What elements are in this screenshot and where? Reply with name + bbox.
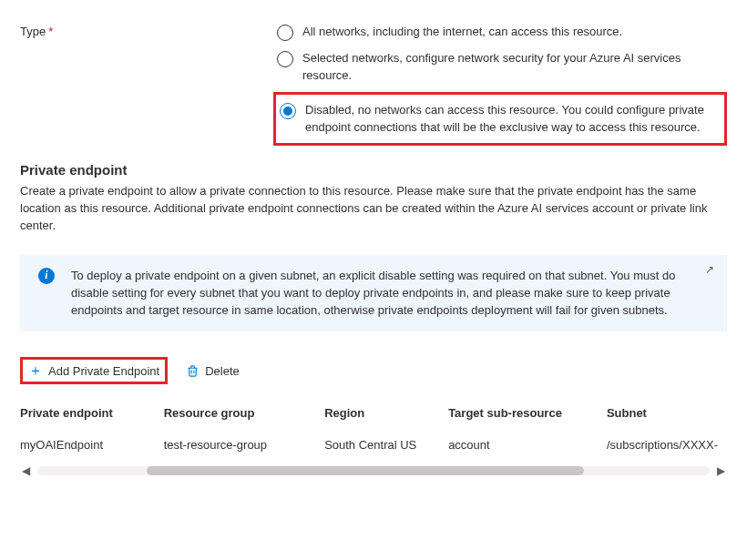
type-option-label: All networks, including the internet, ca…	[302, 24, 622, 41]
scroll-thumb[interactable]	[147, 466, 584, 475]
type-option-disabled[interactable]: Disabled, no networks can access this re…	[273, 92, 727, 147]
private-endpoint-title: Private endpoint	[20, 162, 727, 178]
trash-icon	[186, 364, 200, 378]
endpoint-table-wrap: Private endpoint Resource group Region T…	[20, 397, 727, 461]
chevron-left-icon[interactable]: ◀	[22, 464, 30, 477]
radio-icon	[277, 25, 293, 41]
horizontal-scrollbar[interactable]: ◀ ▶	[20, 464, 727, 477]
table-row[interactable]: myOAIEndpoint test-resource-group South …	[20, 429, 727, 461]
chevron-right-icon[interactable]: ▶	[717, 464, 725, 477]
type-option-label: Disabled, no networks can access this re…	[305, 102, 721, 137]
type-option-selected-networks[interactable]: Selected networks, configure network sec…	[273, 48, 727, 87]
add-label: Add Private Endpoint	[48, 364, 159, 378]
cell-target-sub: account	[448, 429, 607, 461]
col-resource-group[interactable]: Resource group	[164, 397, 324, 429]
type-radio-group: All networks, including the internet, ca…	[273, 22, 727, 146]
cell-resource-group: test-resource-group	[164, 429, 324, 461]
scroll-track[interactable]	[37, 466, 710, 475]
plus-icon: ＋	[28, 363, 43, 378]
type-option-label: Selected networks, configure network sec…	[302, 50, 723, 85]
delete-label: Delete	[205, 364, 240, 378]
cell-subnet: /subscriptions/XXXX-	[607, 429, 727, 461]
external-link-icon[interactable]: ↗	[705, 262, 714, 278]
col-private-endpoint[interactable]: Private endpoint	[20, 397, 164, 429]
radio-icon	[280, 103, 296, 119]
add-private-endpoint-button[interactable]: ＋ Add Private Endpoint	[20, 357, 168, 384]
info-icon: i	[38, 268, 55, 284]
col-region[interactable]: Region	[324, 397, 448, 429]
private-endpoint-description: Create a private endpoint to allow a pri…	[20, 183, 727, 235]
endpoint-table: Private endpoint Resource group Region T…	[20, 397, 727, 461]
type-label: Type*	[20, 22, 266, 146]
radio-icon	[277, 51, 293, 67]
cell-region: South Central US	[324, 429, 448, 461]
delete-button[interactable]: Delete	[180, 361, 245, 382]
info-text: To deploy a private endpoint on a given …	[71, 269, 675, 317]
col-subnet[interactable]: Subnet	[607, 397, 727, 429]
info-box: i ↗ To deploy a private endpoint on a gi…	[20, 255, 727, 332]
cell-private-endpoint: myOAIEndpoint	[20, 429, 164, 461]
col-target-sub[interactable]: Target sub-resource	[448, 397, 607, 429]
type-option-all-networks[interactable]: All networks, including the internet, ca…	[273, 22, 727, 43]
